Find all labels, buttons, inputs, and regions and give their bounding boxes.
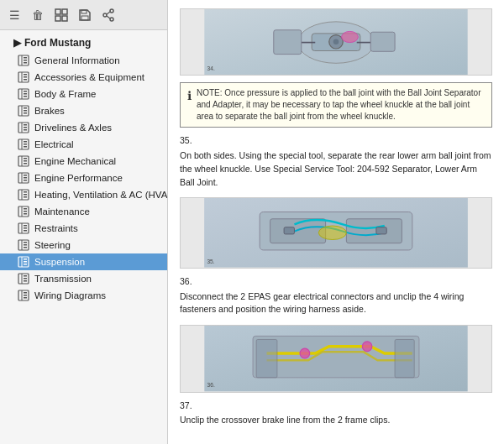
step-36-text: Disconnect the 2 EPAS gear electrical co…: [180, 291, 464, 315]
book-icon-suspension: [17, 256, 30, 268]
book-icon-accessories: [17, 71, 30, 83]
svg-rect-45: [24, 163, 27, 165]
svg-rect-63: [24, 225, 27, 227]
svg-rect-19: [24, 76, 27, 78]
delete-button[interactable]: 🗑: [29, 6, 47, 24]
book-icon-electrical: [17, 138, 30, 150]
svg-rect-49: [24, 177, 27, 179]
svg-rect-69: [24, 244, 27, 246]
sidebar-item-body-frame[interactable]: Body & Frame: [0, 86, 167, 102]
svg-rect-33: [24, 124, 27, 126]
svg-point-107: [300, 348, 310, 358]
save-button[interactable]: [76, 6, 94, 24]
sidebar-item-label: Engine Mechanical: [34, 156, 116, 166]
svg-rect-39: [24, 144, 27, 145]
sidebar-item-label: Restraints: [34, 223, 78, 233]
svg-rect-13: [24, 57, 27, 59]
svg-text:35.: 35.: [207, 259, 214, 264]
sidebar-item-maintenance[interactable]: Maintenance: [0, 203, 167, 220]
svg-rect-43: [24, 158, 27, 159]
sidebar-item-label: Transmission: [34, 274, 92, 284]
nav-tree: ▶ Ford Mustang General Information Acces…: [0, 30, 167, 444]
svg-rect-30: [24, 112, 27, 114]
toolbar: ☰ 🗑: [0, 0, 167, 30]
share-button[interactable]: [99, 6, 118, 24]
step-35-number: 35.: [180, 134, 492, 148]
svg-rect-94: [274, 30, 302, 55]
sidebar-item-engine-mechanical[interactable]: Engine Mechanical: [0, 153, 167, 170]
diagram-image-1: 34.: [180, 8, 492, 76]
svg-rect-44: [24, 160, 27, 162]
book-icon-hvac: [17, 189, 30, 201]
svg-rect-18: [24, 74, 27, 76]
svg-rect-65: [24, 230, 27, 232]
svg-rect-24: [24, 93, 27, 95]
tree-root[interactable]: ▶ Ford Mustang: [0, 34, 167, 52]
svg-point-101: [318, 226, 346, 240]
book-icon-engine-mech: [17, 155, 30, 167]
svg-rect-55: [24, 196, 27, 198]
sidebar-item-restraints[interactable]: Restraints: [0, 220, 167, 237]
svg-line-9: [107, 12, 110, 14]
svg-rect-29: [24, 110, 27, 112]
book-icon-wiring: [17, 290, 30, 301]
book-icon-brakes: [17, 105, 30, 117]
svg-rect-110: [395, 340, 414, 378]
sidebar-item-label: Body & Frame: [34, 89, 97, 99]
book-icon-drivelines: [17, 122, 30, 133]
sidebar-item-label: Engine Performance: [34, 173, 123, 183]
diagram-image-3: 36.: [180, 325, 492, 392]
sidebar-item-label: Heating, Ventilation & AC (HVAC): [34, 190, 167, 200]
svg-rect-20: [24, 79, 27, 81]
svg-rect-53: [24, 191, 27, 193]
svg-rect-84: [24, 295, 27, 296]
svg-rect-109: [256, 340, 277, 378]
book-icon-engine-perf: [17, 172, 30, 184]
svg-rect-79: [24, 278, 27, 279]
svg-rect-2: [55, 16, 60, 21]
svg-point-108: [362, 342, 372, 352]
svg-rect-0: [55, 9, 60, 14]
svg-rect-73: [24, 259, 27, 260]
svg-rect-28: [24, 107, 27, 109]
sidebar-item-drivelines[interactable]: Drivelines & Axles: [0, 119, 167, 136]
sidebar-item-wiring-diagrams[interactable]: Wiring Diagrams: [0, 287, 167, 304]
note-text: NOTE: Once pressure is applied to the ba…: [197, 87, 485, 123]
svg-rect-75: [24, 264, 27, 265]
sidebar-item-brakes[interactable]: Brakes: [0, 102, 167, 119]
svg-rect-59: [24, 211, 27, 212]
sidebar-item-label: Wiring Diagrams: [34, 290, 106, 300]
svg-rect-1: [62, 9, 67, 14]
svg-text:34.: 34.: [207, 65, 215, 71]
svg-rect-50: [24, 180, 27, 181]
sidebar-item-transmission[interactable]: Transmission: [0, 270, 167, 287]
menu-button[interactable]: ☰: [5, 6, 24, 24]
svg-text:36.: 36.: [207, 383, 215, 389]
root-label: Ford Mustang: [24, 37, 91, 49]
svg-rect-103: [376, 227, 386, 234]
svg-rect-48: [24, 175, 27, 176]
sidebar-item-steering[interactable]: Steering: [0, 237, 167, 253]
sidebar-item-label: General Information: [34, 55, 120, 65]
book-icon-maintenance: [17, 206, 30, 217]
svg-rect-54: [24, 194, 27, 196]
sidebar-item-label: Accessories & Equipment: [34, 72, 144, 82]
svg-rect-34: [24, 127, 27, 128]
sidebar-item-label: Brakes: [34, 106, 65, 116]
book-icon-restraints: [17, 222, 30, 234]
sidebar-item-label: Suspension: [34, 257, 85, 267]
sidebar-item-suspension[interactable]: Suspension: [0, 253, 167, 270]
grid-button[interactable]: [52, 6, 71, 24]
sidebar-item-general-information[interactable]: General Information: [0, 52, 167, 69]
svg-rect-3: [62, 16, 67, 21]
sidebar-item-engine-performance[interactable]: Engine Performance: [0, 170, 167, 186]
sidebar-item-electrical[interactable]: Electrical: [0, 136, 167, 153]
sidebar-item-hvac[interactable]: Heating, Ventilation & AC (HVAC): [0, 186, 167, 203]
sidebar-item-label: Steering: [34, 240, 71, 250]
book-icon-body: [17, 88, 30, 100]
sidebar-item-accessories[interactable]: Accessories & Equipment: [0, 69, 167, 86]
step-37-number: 37.: [180, 400, 492, 413]
sidebar-item-label: Maintenance: [34, 206, 90, 217]
svg-rect-74: [24, 261, 27, 263]
left-panel: ☰ 🗑: [0, 0, 168, 444]
